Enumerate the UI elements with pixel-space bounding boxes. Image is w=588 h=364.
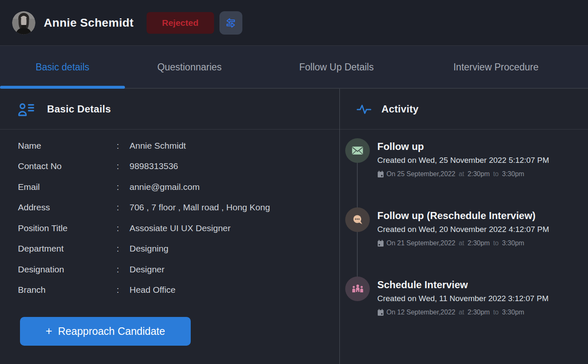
plus-icon: + (46, 325, 52, 338)
activity-title: Activity (381, 103, 419, 115)
active-tab-indicator (0, 86, 125, 89)
schedule-end: 3:30pm (502, 239, 524, 247)
candidate-detail-page: Annie Schemidt Rejected Basic details Qu… (0, 0, 588, 364)
activity-item-body: Follow up Created on Wed, 25 November 20… (377, 138, 549, 207)
people-icon (345, 277, 370, 301)
activity-item-reschedule: Follow up (Reschedule Interview) Created… (345, 207, 588, 277)
field-value: Annie Schmidt (130, 141, 186, 151)
schedule-date: On 21 September,2022 (386, 239, 455, 247)
field-row-branch: Branch : Head Office (18, 280, 339, 301)
field-separator: : (117, 285, 130, 295)
basic-details-fields: Name : Annie Schmidt Contact No : 989831… (0, 130, 339, 300)
schedule-end: 3:30pm (502, 170, 524, 178)
schedule-to: to (493, 239, 498, 247)
activity-item-body: Schedule Interview Created on Wed, 11 No… (377, 277, 548, 316)
field-value: annie@gmail.com (130, 182, 199, 192)
calendar-icon (377, 309, 384, 316)
field-value: Designer (130, 264, 164, 274)
calendar-icon (377, 171, 384, 177)
content-area: Basic Details Name : Annie Schmidt Conta… (0, 89, 588, 364)
field-separator: : (117, 202, 130, 212)
status-badge: Rejected (147, 12, 214, 34)
basic-details-section-header: Basic Details (0, 89, 339, 130)
field-row-contact-no: Contact No : 9898313536 (18, 156, 339, 177)
activity-item-title: Follow up (377, 140, 549, 153)
calendar-icon (377, 240, 384, 247)
field-label: Branch (18, 285, 117, 295)
mail-icon (345, 138, 370, 163)
schedule-start: 2:30pm (468, 170, 490, 178)
field-row-email: Email : annie@gmail.com (18, 177, 339, 197)
activity-timeline: Follow up Created on Wed, 25 November 20… (340, 130, 588, 316)
schedule-at: at (458, 309, 464, 316)
field-label: Designation (18, 264, 117, 274)
activity-item-schedule: On 21 September,2022 at 2:30pm to 3:30pm (377, 239, 549, 247)
activity-item-schedule: On 12 September,2022 at 2:30pm to 3:30pm (377, 309, 548, 316)
reapproach-candidate-label: Reapproach Candidate (58, 325, 165, 337)
schedule-date: On 25 September,2022 (386, 170, 455, 178)
schedule-end: 3:30pm (502, 309, 524, 316)
field-row-address: Address : 706 , 7 floor , Mall road , Ho… (18, 197, 339, 218)
field-row-position-title: Position Title : Assosiate UI UX Designe… (18, 218, 339, 239)
activity-item-created: Created on Wed, 25 November 2022 5:12:07… (377, 154, 549, 167)
avatar (12, 11, 35, 35)
field-label: Contact No (18, 161, 117, 171)
field-label: Address (18, 202, 117, 212)
activity-pulse-icon (356, 103, 371, 115)
field-row-department: Department : Designing (18, 239, 339, 259)
avatar-portrait-image (12, 11, 35, 35)
activity-item-schedule: On 25 September,2022 at 2:30pm to 3:30pm (377, 170, 549, 178)
field-value: 706 , 7 floor , Mall road , Hong Kong (130, 202, 270, 212)
field-value: Assosiate UI UX Designer (130, 223, 231, 233)
activity-item-title: Schedule Interview (377, 278, 548, 292)
field-label: Position Title (18, 223, 117, 233)
field-separator: : (117, 223, 130, 233)
schedule-at: at (458, 170, 464, 178)
field-separator: : (117, 244, 130, 254)
reapproach-candidate-button[interactable]: + Reapproach Candidate (20, 317, 191, 346)
activity-item-title: Follow up (Reschedule Interview) (377, 209, 549, 222)
field-separator: : (117, 141, 130, 151)
swap-arrows-icon (224, 17, 237, 29)
field-value: Designing (130, 244, 168, 254)
tab-follow-up-details[interactable]: Follow Up Details (254, 62, 419, 73)
field-label: Name (18, 141, 117, 151)
schedule-to: to (493, 170, 498, 178)
field-value: 9898313536 (130, 161, 178, 171)
tab-questionnaries[interactable]: Questionnaries (125, 62, 254, 73)
field-separator: : (117, 182, 130, 192)
header: Annie Schemidt Rejected (0, 0, 588, 46)
activity-item-created: Created on Wed, 11 November 2022 3:12:07… (377, 292, 548, 305)
activity-item-created: Created on Wed, 20 November 2022 4:12:07… (377, 223, 549, 236)
field-label: Department (18, 244, 117, 254)
schedule-start: 2:30pm (468, 239, 490, 247)
schedule-start: 2:30pm (468, 309, 490, 316)
activity-item-follow-up: Follow up Created on Wed, 25 November 20… (345, 138, 588, 207)
field-row-name: Name : Annie Schmidt (18, 135, 339, 156)
swap-candidate-button[interactable] (219, 11, 242, 35)
field-row-designation: Designation : Designer (18, 259, 339, 280)
basic-details-title: Basic Details (47, 103, 111, 115)
activity-item-body: Follow up (Reschedule Interview) Created… (377, 207, 549, 277)
tab-bar: Basic details Questionnaries Follow Up D… (0, 46, 588, 89)
tab-basic-details[interactable]: Basic details (0, 62, 125, 73)
candidate-name: Annie Schemidt (44, 16, 134, 30)
activity-section-header: Activity (340, 89, 588, 130)
basic-details-panel: Basic Details Name : Annie Schmidt Conta… (0, 89, 340, 364)
schedule-date: On 12 September,2022 (386, 309, 455, 316)
tab-interview-procedure[interactable]: Interview Procedure (419, 62, 573, 73)
person-list-icon (18, 102, 35, 117)
field-label: Email (18, 182, 117, 192)
chat-icon (345, 207, 370, 232)
field-separator: : (117, 264, 130, 274)
activity-item-schedule-interview: Schedule Interview Created on Wed, 11 No… (345, 277, 588, 316)
schedule-to: to (493, 309, 498, 316)
schedule-at: at (458, 239, 464, 247)
activity-panel: Activity Follow up Created on (340, 89, 588, 364)
field-separator: : (117, 161, 130, 171)
field-value: Head Office (130, 285, 176, 295)
